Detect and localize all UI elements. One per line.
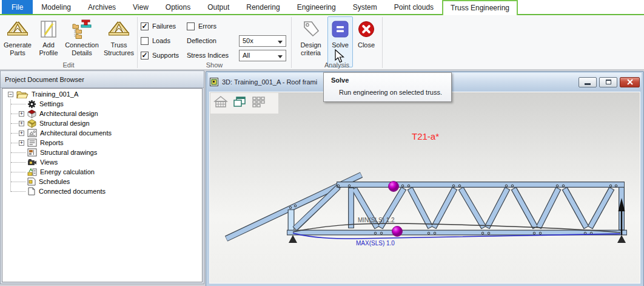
- 3d-view-icon: [210, 78, 218, 86]
- tree-item-architectural-design[interactable]: + Architectural design: [2, 109, 202, 118]
- folder-open-icon: [16, 90, 29, 98]
- 3d-canvas[interactable]: T21-a* MIN(SLS) 1.2 MAX(SLS) 1.0: [209, 92, 640, 284]
- minimize-icon: [585, 83, 591, 85]
- loads-checkbox[interactable]: Loads: [141, 37, 187, 45]
- tab-point-clouds[interactable]: Point clouds: [386, 0, 442, 14]
- solve-icon: [330, 19, 351, 39]
- expand-expander[interactable]: +: [19, 140, 24, 146]
- tab-file[interactable]: File: [2, 0, 33, 14]
- tab-rendering[interactable]: Rendering: [238, 0, 288, 14]
- reports-icon: [27, 138, 37, 147]
- truss-gable-icon: [109, 19, 129, 39]
- window-close-button[interactable]: [620, 77, 640, 87]
- camera-icon: [27, 158, 37, 166]
- tab-system[interactable]: System: [344, 0, 386, 14]
- tree-item-energy-calculation[interactable]: Energy calculation: [2, 167, 202, 177]
- energy-icon: [27, 168, 37, 176]
- minimize-button[interactable]: [579, 77, 597, 87]
- tree-item-structural-design[interactable]: + Structural design: [2, 118, 202, 128]
- checkbox-checked[interactable]: ✓: [141, 52, 149, 60]
- tab-output[interactable]: Output: [199, 0, 238, 14]
- menu-tab-bar: File Modeling Archives View Options Outp…: [0, 0, 644, 15]
- tree-item-schedules[interactable]: Schedules: [2, 177, 202, 186]
- checkbox-unchecked[interactable]: [187, 22, 195, 30]
- ribbon-group-edit: Generate Parts Add Profile: [0, 15, 137, 69]
- tab-archives[interactable]: Archives: [79, 0, 124, 14]
- tab-engineering[interactable]: Engineering: [289, 0, 344, 14]
- ribbon-group-show: ✓ Failures Errors Loads Deflection 50x: [138, 15, 291, 69]
- tree-item-architectural-documents[interactable]: + Architectural documents: [2, 128, 202, 138]
- design-criteria-button[interactable]: Design criteria: [294, 16, 327, 58]
- ribbon: Generate Parts Add Profile: [0, 15, 644, 70]
- truss-drawing: T21-a* MIN(SLS) 1.2 MAX(SLS) 1.0: [210, 92, 641, 283]
- tree-item-structural-drawings[interactable]: Structural drawings: [2, 148, 202, 157]
- collapse-expander[interactable]: −: [8, 92, 13, 97]
- generate-parts-button[interactable]: Generate Parts: [1, 16, 35, 58]
- expand-expander[interactable]: +: [19, 131, 24, 136]
- document-icon: [27, 187, 36, 196]
- left-support: [289, 235, 297, 243]
- node-sphere-bottom: [392, 226, 403, 237]
- project-document-browser-panel: Project Document Browser − Training_001_…: [0, 70, 204, 284]
- tab-modeling[interactable]: Modeling: [33, 0, 79, 14]
- stress-indices-label: Stress Indices: [187, 52, 239, 59]
- group-label-show: Show: [138, 61, 291, 69]
- maximize-icon: [606, 80, 611, 84]
- connection-details-icon: [72, 19, 92, 39]
- right-support: [617, 235, 626, 243]
- structural-design-icon: [27, 119, 36, 128]
- tab-view[interactable]: View: [124, 0, 157, 14]
- max-sls-label: MAX(SLS) 1.0: [356, 240, 395, 247]
- structural-drawings-icon: [27, 148, 37, 157]
- group-label-edit: Edit: [0, 61, 137, 69]
- group-separator: [382, 17, 383, 68]
- tooltip-body: Run engineering on selected truss.: [324, 84, 451, 96]
- solve-tooltip: Solve Run engineering on selected truss.: [323, 72, 452, 102]
- failures-checkbox[interactable]: ✓ Failures: [141, 22, 187, 30]
- profile-icon: [38, 19, 59, 39]
- supports-checkbox[interactable]: ✓ Supports: [141, 52, 187, 60]
- maximize-button[interactable]: [599, 77, 617, 87]
- chevron-down-icon: [278, 41, 283, 44]
- close-button[interactable]: Close: [353, 16, 380, 50]
- connection-details-button[interactable]: Connection Details: [62, 16, 101, 58]
- mouse-cursor: [335, 49, 344, 63]
- tree-item-views[interactable]: Views: [2, 157, 202, 167]
- checkbox-checked[interactable]: ✓: [141, 22, 149, 30]
- gear-icon: [27, 100, 36, 109]
- stress-indices-dropdown[interactable]: All: [239, 50, 286, 61]
- design-criteria-tag-icon: [301, 19, 321, 39]
- schedules-icon: [27, 177, 36, 186]
- tree-item-training-001-a[interactable]: − Training_001_A: [2, 89, 202, 99]
- tab-truss-engineering[interactable]: Truss Engineering: [442, 0, 518, 15]
- expand-expander[interactable]: +: [19, 121, 24, 126]
- arch-design-icon: [27, 109, 36, 118]
- 3d-view-window: 3D: Training_001_A - Roof frami: [206, 71, 644, 286]
- application-window: File Modeling Archives View Options Outp…: [0, 0, 644, 286]
- tree-item-reports[interactable]: + Reports: [2, 138, 202, 148]
- truss-id-label: T21-a*: [412, 131, 439, 141]
- min-sls-label: MIN(SLS) 1.2: [358, 217, 395, 223]
- expand-expander[interactable]: +: [19, 111, 24, 117]
- truss-structures-button[interactable]: Truss Structures: [101, 16, 136, 58]
- tooltip-title: Solve: [324, 73, 451, 84]
- checkbox-unchecked[interactable]: [141, 37, 149, 45]
- tree-item-settings[interactable]: Settings: [2, 99, 202, 109]
- chevron-down-icon: [278, 55, 283, 58]
- node-sphere-top: [389, 182, 399, 192]
- add-profile-button[interactable]: Add Profile: [35, 16, 62, 58]
- document-tree: − Training_001_A: [2, 88, 203, 282]
- close-circle-icon: [356, 19, 377, 39]
- errors-checkbox[interactable]: Errors: [187, 22, 239, 30]
- truss-gable-icon: [7, 19, 28, 39]
- tree-item-connected-documents[interactable]: Connected documents: [2, 186, 202, 196]
- close-x-icon: [626, 79, 634, 85]
- tab-options[interactable]: Options: [157, 0, 199, 14]
- panel-title: Project Document Browser: [1, 71, 204, 88]
- window-title: 3D: Training_001_A - Roof frami: [222, 78, 317, 86]
- deflection-label: Deflection: [187, 37, 239, 44]
- deflection-dropdown[interactable]: 50x: [239, 35, 286, 47]
- arch-documents-icon: [27, 129, 37, 137]
